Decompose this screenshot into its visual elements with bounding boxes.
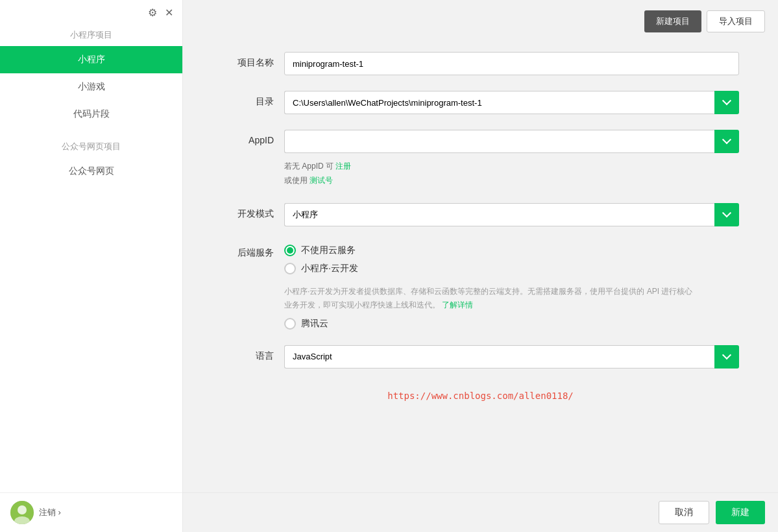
radio-label-no-cloud: 不使用云服务 [301, 245, 356, 256]
project-name-label: 项目名称 [222, 52, 274, 69]
appid-row: AppID 若无 AppID 可 注册 或使用 测试号 [222, 130, 739, 187]
cloud-description: 小程序·云开发为开发者提供数据库、存储和云函数等完整的云端支持。无需搭建服务器，… [284, 285, 699, 311]
blog-url: https://www.cnblogs.com/allen0118/ [222, 384, 739, 401]
language-input[interactable] [284, 345, 714, 369]
import-project-button[interactable]: 导入项目 [707, 10, 765, 32]
project-name-row: 项目名称 [222, 52, 739, 75]
cancel-button[interactable]: 取消 [659, 501, 709, 524]
main-content: 新建项目 导入项目 项目名称 目录 [183, 0, 778, 532]
language-label: 语言 [222, 345, 274, 362]
backend-row: 后端服务 不使用云服务 小程序·云开发 小程序·云开发为 [222, 242, 739, 330]
radio-group: 不使用云服务 小程序·云开发 小程序·云开发为开发者提供数据库、存储和云函数等完… [284, 242, 739, 330]
chevron-down-icon [722, 96, 731, 105]
radio-circle-cloud-dev [284, 263, 296, 274]
sidebar-item-snippet[interactable]: 代码片段 [0, 101, 182, 128]
appid-use-prefix: 或使用 [284, 176, 310, 185]
project-name-input[interactable] [284, 52, 739, 75]
create-button[interactable]: 新建 [716, 501, 765, 524]
directory-label: 目录 [222, 91, 274, 108]
dev-mode-row: 开发模式 [222, 203, 739, 226]
sidebar-item-miniprogram[interactable]: 小程序 [0, 46, 182, 73]
new-project-button[interactable]: 新建项目 [644, 10, 701, 32]
section1-label: 小程序项目 [0, 19, 182, 46]
register-link[interactable]: 注册 [335, 162, 351, 171]
language-row: 语言 [222, 345, 739, 369]
chevron-down-icon-language [722, 350, 731, 359]
top-bar: 新建项目 导入项目 [183, 0, 778, 32]
chevron-down-icon-devmode [722, 208, 731, 217]
appid-hint: 若无 AppID 可 注册 或使用 测试号 [284, 157, 739, 187]
radio-label-cloud-dev: 小程序·云开发 [301, 263, 358, 274]
radio-tencent-cloud[interactable]: 腾讯云 [284, 318, 739, 330]
sidebar-top-icons: ⚙ ✕ [0, 0, 182, 19]
cloud-desc-text: 小程序·云开发为开发者提供数据库、存储和云函数等完整的云端支持。无需搭建服务器，… [284, 287, 692, 309]
section2-label: 公众号网页项目 [0, 128, 182, 158]
appid-dropdown-button[interactable] [714, 130, 739, 153]
radio-cloud-dev[interactable]: 小程序·云开发 [284, 263, 739, 274]
test-号-link[interactable]: 测试号 [310, 176, 333, 185]
appid-input[interactable] [284, 130, 714, 153]
sidebar: ⚙ ✕ 小程序项目 小程序 小游戏 代码片段 公众号网页项目 公众号网页 注销 … [0, 0, 183, 532]
appid-hint-prefix: 若无 AppID 可 [284, 162, 335, 171]
appid-label: AppID [222, 130, 274, 145]
radio-circle-no-cloud [284, 245, 296, 256]
sidebar-item-minigame[interactable]: 小游戏 [0, 73, 182, 101]
language-dropdown-button[interactable] [714, 345, 739, 369]
directory-input[interactable] [284, 91, 714, 114]
chevron-down-icon-appid [722, 135, 731, 144]
settings-icon[interactable]: ⚙ [148, 6, 157, 19]
svg-point-1 [18, 505, 27, 514]
dev-mode-input[interactable] [284, 203, 714, 226]
learn-more-link[interactable]: 了解详情 [442, 300, 473, 309]
directory-row: 目录 [222, 91, 739, 114]
close-icon[interactable]: ✕ [165, 6, 173, 19]
directory-dropdown-button[interactable] [714, 91, 739, 114]
form-area: 项目名称 目录 AppID [183, 32, 778, 492]
backend-label: 后端服务 [222, 242, 274, 259]
radio-circle-tencent-cloud [284, 318, 296, 330]
sidebar-bottom: 注销 › [0, 492, 182, 532]
logout-button[interactable]: 注销 › [39, 507, 61, 518]
bottom-bar: 取消 新建 [183, 492, 778, 532]
dev-mode-label: 开发模式 [222, 203, 274, 220]
radio-label-tencent-cloud: 腾讯云 [301, 318, 328, 330]
dev-mode-dropdown-button[interactable] [714, 203, 739, 226]
sidebar-item-mp-web[interactable]: 公众号网页 [0, 158, 182, 185]
avatar [10, 501, 34, 524]
radio-no-cloud[interactable]: 不使用云服务 [284, 245, 739, 256]
